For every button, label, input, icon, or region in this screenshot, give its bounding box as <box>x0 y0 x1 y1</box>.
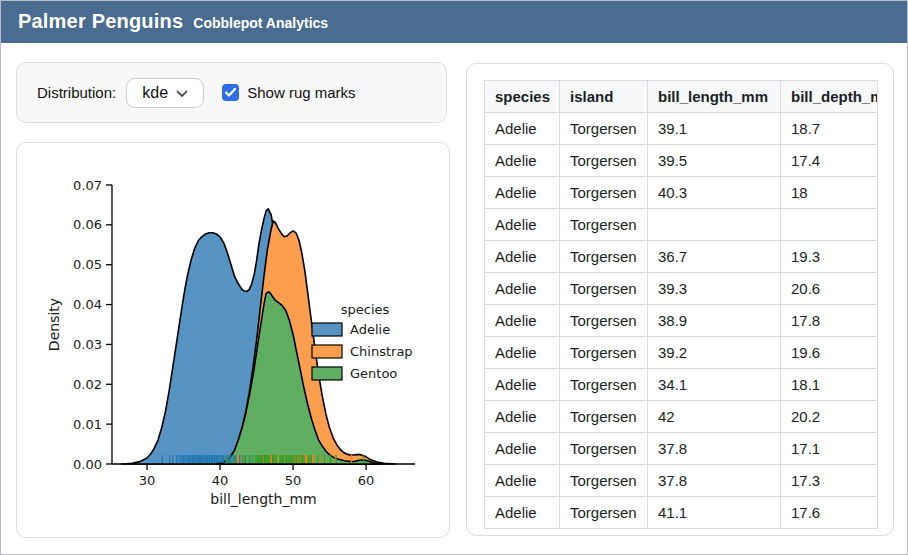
table-cell: Torgersen <box>560 177 648 209</box>
table-cell: 19.6 <box>781 337 878 369</box>
table-cell: Torgersen <box>560 337 648 369</box>
table-row: AdelieTorgersen39.320.6 <box>485 273 878 305</box>
table-cell: 18.7 <box>781 113 878 145</box>
penguin-table: speciesislandbill_length_mmbill_depth_mm… <box>484 80 878 529</box>
table-cell: 39.2 <box>648 337 781 369</box>
chevron-down-icon <box>176 84 188 102</box>
kde-chart-panel: 0.000.010.020.030.040.050.060.0730405060… <box>16 142 450 538</box>
table-cell: 17.1 <box>781 433 878 465</box>
svg-text:0.05: 0.05 <box>73 257 102 272</box>
table-cell: Torgersen <box>560 465 648 497</box>
table-cell: Torgersen <box>560 145 648 177</box>
table-cell: 42 <box>648 401 781 433</box>
page-subtitle: Cobblepot Analytics <box>193 15 328 31</box>
rug-checkbox-label: Show rug marks <box>247 84 355 101</box>
table-cell: Torgersen <box>560 241 648 273</box>
table-cell: 34.1 <box>648 369 781 401</box>
svg-text:30: 30 <box>139 473 156 488</box>
svg-text:0.00: 0.00 <box>73 457 102 472</box>
table-cell: 17.3 <box>781 465 878 497</box>
table-row: AdelieTorgersen4220.2 <box>485 401 878 433</box>
svg-text:40: 40 <box>212 473 229 488</box>
table-cell: Adelie <box>485 209 560 241</box>
table-cell: 41.1 <box>648 497 781 529</box>
table-cell <box>648 209 781 241</box>
table-cell: 37.8 <box>648 433 781 465</box>
table-cell: 39.3 <box>648 273 781 305</box>
table-row: AdelieTorgersen37.817.3 <box>485 465 878 497</box>
table-row: AdelieTorgersen39.219.6 <box>485 337 878 369</box>
table-cell: Adelie <box>485 273 560 305</box>
data-table-panel: speciesislandbill_length_mmbill_depth_mm… <box>466 63 894 536</box>
svg-text:0.01: 0.01 <box>73 417 102 432</box>
table-cell: 39.1 <box>648 113 781 145</box>
table-cell: 36.7 <box>648 241 781 273</box>
table-cell: 18 <box>781 177 878 209</box>
svg-text:Density: Density <box>46 298 62 351</box>
column-header: bill_depth_mm <box>781 81 878 113</box>
table-cell: 20.6 <box>781 273 878 305</box>
table-cell: 18.1 <box>781 369 878 401</box>
table-row: AdelieTorgersen39.118.7 <box>485 113 878 145</box>
table-row: AdelieTorgersen39.517.4 <box>485 145 878 177</box>
table-row: AdelieTorgersen34.118.1 <box>485 369 878 401</box>
column-header: species <box>485 81 560 113</box>
table-row: AdelieTorgersen38.917.8 <box>485 305 878 337</box>
table-row: AdelieTorgersen40.318 <box>485 177 878 209</box>
table-cell: Torgersen <box>560 497 648 529</box>
table-cell <box>781 209 878 241</box>
table-cell: 39.5 <box>648 145 781 177</box>
svg-text:50: 50 <box>285 473 302 488</box>
table-cell: Torgersen <box>560 433 648 465</box>
table-cell: 20.2 <box>781 401 878 433</box>
kde-chart: 0.000.010.020.030.040.050.060.0730405060… <box>17 143 449 537</box>
table-cell: Torgersen <box>560 209 648 241</box>
app-header: Palmer Penguins Cobblepot Analytics <box>1 1 907 43</box>
table-cell: 17.8 <box>781 305 878 337</box>
table-cell: 17.6 <box>781 497 878 529</box>
svg-text:species: species <box>341 302 390 317</box>
table-row: AdelieTorgersen41.117.6 <box>485 497 878 529</box>
table-cell: Adelie <box>485 401 560 433</box>
table-cell: Torgersen <box>560 305 648 337</box>
table-cell: Adelie <box>485 369 560 401</box>
table-cell: Torgersen <box>560 273 648 305</box>
table-cell: Torgersen <box>560 113 648 145</box>
table-header-row: speciesislandbill_length_mmbill_depth_mm <box>485 81 878 113</box>
distribution-select-value: kde <box>142 84 168 102</box>
svg-text:0.03: 0.03 <box>73 337 102 352</box>
rug-checkbox[interactable] <box>222 84 239 101</box>
svg-text:bill_length_mm: bill_length_mm <box>210 491 316 507</box>
table-cell: 38.9 <box>648 305 781 337</box>
table-cell: Adelie <box>485 145 560 177</box>
checkmark-icon <box>225 88 236 97</box>
table-cell: Adelie <box>485 433 560 465</box>
distribution-select[interactable]: kde <box>126 78 204 108</box>
table-cell: 17.4 <box>781 145 878 177</box>
svg-text:0.04: 0.04 <box>73 297 102 312</box>
column-header: bill_length_mm <box>648 81 781 113</box>
table-cell: 37.8 <box>648 465 781 497</box>
table-cell: Torgersen <box>560 401 648 433</box>
svg-text:0.02: 0.02 <box>73 377 102 392</box>
table-cell: 19.3 <box>781 241 878 273</box>
distribution-label: Distribution: <box>37 84 116 101</box>
svg-text:0.06: 0.06 <box>73 217 102 232</box>
svg-text:Adelie: Adelie <box>350 322 390 337</box>
svg-text:0.07: 0.07 <box>73 178 102 193</box>
table-cell: 40.3 <box>648 177 781 209</box>
table-cell: Adelie <box>485 177 560 209</box>
svg-text:Chinstrap: Chinstrap <box>350 344 413 359</box>
table-row: AdelieTorgersen37.817.1 <box>485 433 878 465</box>
table-cell: Adelie <box>485 113 560 145</box>
svg-text:Gentoo: Gentoo <box>350 366 397 381</box>
table-cell: Adelie <box>485 465 560 497</box>
svg-text:60: 60 <box>358 473 375 488</box>
controls-panel: Distribution: kde Show rug marks <box>16 62 447 123</box>
table-cell: Adelie <box>485 337 560 369</box>
table-row: AdelieTorgersen <box>485 209 878 241</box>
table-cell: Adelie <box>485 497 560 529</box>
penguin-table-body: AdelieTorgersen39.118.7AdelieTorgersen39… <box>485 113 878 529</box>
table-cell: Adelie <box>485 241 560 273</box>
table-cell: Adelie <box>485 305 560 337</box>
